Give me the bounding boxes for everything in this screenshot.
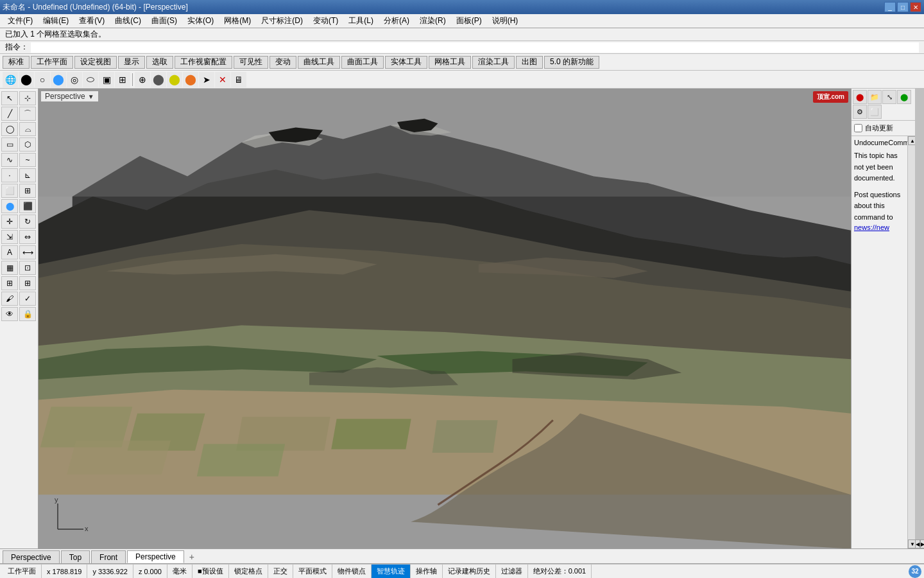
- menu-render[interactable]: 渲染(R): [415, 14, 451, 28]
- btab-perspective2[interactable]: Perspective: [127, 550, 184, 563]
- tool-cylinder-icon[interactable]: ⬭: [83, 72, 98, 87]
- sb-history[interactable]: 记录建构历史: [443, 565, 496, 578]
- tool-world-icon[interactable]: 🌐: [3, 72, 18, 87]
- sb-gumball[interactable]: 操作轴: [411, 565, 443, 578]
- minimize-button[interactable]: _: [884, 2, 896, 12]
- help-link[interactable]: news://new: [854, 223, 889, 231]
- tool-monitor-icon[interactable]: 🖥: [231, 72, 246, 87]
- lt-rect-icon[interactable]: ▭: [1, 137, 18, 152]
- tab-standard[interactable]: 标准: [3, 56, 30, 69]
- rp-green-icon[interactable]: ⬤: [897, 90, 911, 104]
- rp-folder-icon[interactable]: 📁: [868, 90, 882, 104]
- maximize-button[interactable]: □: [897, 2, 909, 12]
- tab-output[interactable]: 出图: [516, 56, 543, 69]
- lt-mirror-icon[interactable]: ⇔: [19, 230, 36, 244]
- tool-circle-icon[interactable]: ○: [35, 72, 50, 87]
- lt-curve-icon[interactable]: ∿: [1, 153, 18, 167]
- menu-mesh[interactable]: 网格(M): [219, 14, 256, 28]
- lt-analysis-icon[interactable]: ⊞: [19, 276, 36, 290]
- menu-surface[interactable]: 曲面(S): [146, 14, 182, 28]
- close-button[interactable]: ✕: [910, 2, 921, 12]
- sb-snap[interactable]: 锁定格点: [229, 565, 268, 578]
- tool-icon8[interactable]: ⊞: [115, 72, 130, 87]
- btab-front[interactable]: Front: [91, 550, 126, 563]
- btab-top[interactable]: Top: [61, 550, 90, 563]
- lt-scale-icon[interactable]: ⇲: [1, 230, 18, 244]
- panel-right-arrow[interactable]: ▶: [920, 539, 924, 548]
- menu-solid[interactable]: 实体(O): [182, 14, 219, 28]
- tool-icon7[interactable]: ▣: [99, 72, 114, 87]
- lt-hatch-icon[interactable]: ▦: [1, 261, 18, 275]
- tab-solid-tools[interactable]: 实体工具: [385, 56, 427, 69]
- lt-leader-icon[interactable]: ⊾: [19, 168, 36, 182]
- viewport-dropdown-arrow[interactable]: ▼: [88, 93, 94, 100]
- tab-display[interactable]: 显示: [118, 56, 145, 69]
- menu-view[interactable]: 查看(V): [74, 14, 110, 28]
- menu-help[interactable]: 说明(H): [487, 14, 524, 28]
- add-viewport-button[interactable]: +: [185, 550, 198, 563]
- lt-select-icon[interactable]: ↖: [1, 91, 18, 105]
- menu-curve[interactable]: 曲线(C): [110, 14, 146, 28]
- lt-select2-icon[interactable]: ⊹: [19, 91, 36, 105]
- lt-block-icon[interactable]: ⊡: [19, 261, 36, 275]
- lt-paint-icon[interactable]: 🖌: [1, 292, 18, 306]
- scroll-up-arrow[interactable]: ▲: [908, 136, 915, 145]
- perspective-viewport[interactable]: Perspective ▼: [38, 89, 851, 548]
- lt-freeform-icon[interactable]: ~: [19, 153, 36, 167]
- menu-panel[interactable]: 面板(P): [451, 14, 487, 28]
- tool-icon9[interactable]: ⊕: [135, 72, 150, 87]
- tool-blue-sphere-icon[interactable]: ⬤: [51, 72, 66, 87]
- command-input[interactable]: [31, 42, 919, 53]
- tool-sphere2-icon[interactable]: ⬤: [151, 72, 166, 87]
- lt-move-icon[interactable]: ✛: [1, 215, 18, 229]
- tab-setview[interactable]: 设定视图: [74, 56, 117, 69]
- menu-dimension[interactable]: 尺寸标注(D): [256, 14, 308, 28]
- sb-planar[interactable]: 平面模式: [293, 565, 332, 578]
- menu-edit[interactable]: 编辑(E): [38, 14, 74, 28]
- lt-dim-icon[interactable]: ⟷: [19, 245, 36, 259]
- menu-file[interactable]: 文件(F): [3, 14, 38, 28]
- rp-expand-icon[interactable]: ⬜: [868, 105, 882, 119]
- sb-smart-track[interactable]: 智慧轨迹: [372, 565, 411, 578]
- tool-orange-icon[interactable]: ⬤: [183, 72, 198, 87]
- tab-curve-tools[interactable]: 曲线工具: [298, 56, 340, 69]
- lt-mesh-icon[interactable]: ⊞: [19, 184, 36, 198]
- scroll-down-arrow[interactable]: ▼: [908, 539, 915, 548]
- tab-select[interactable]: 选取: [146, 56, 173, 69]
- tool-yellow-icon[interactable]: ⬤: [167, 72, 182, 87]
- sb-preset[interactable]: ■预设值: [193, 565, 229, 578]
- tool-ring-icon[interactable]: ◎: [67, 72, 82, 87]
- menu-tools[interactable]: 工具(L): [343, 14, 379, 28]
- tab-new-features[interactable]: 5.0 的新功能: [544, 56, 599, 69]
- rp-maximize-icon[interactable]: ⤡: [882, 90, 896, 104]
- lt-grid-icon[interactable]: ⊞: [1, 276, 18, 290]
- lt-circle-icon[interactable]: ◯: [1, 122, 18, 136]
- tab-surface-tools[interactable]: 曲面工具: [341, 56, 384, 69]
- lt-line-icon[interactable]: ╱: [1, 107, 18, 121]
- menu-transform[interactable]: 变动(T): [308, 14, 343, 28]
- lt-lock-icon[interactable]: 🔒: [19, 307, 36, 321]
- lt-polyline-icon[interactable]: ⌒: [19, 107, 36, 121]
- btab-perspective1[interactable]: Perspective: [3, 550, 60, 563]
- tab-visibility[interactable]: 可见性: [234, 56, 268, 69]
- tool-arrow-icon[interactable]: ➤: [199, 72, 214, 87]
- lt-rotate-icon[interactable]: ↻: [19, 215, 36, 229]
- lt-surface-icon[interactable]: ⬜: [1, 184, 18, 198]
- tool-cross-icon[interactable]: ✕: [215, 72, 230, 87]
- tab-transform[interactable]: 变动: [270, 56, 296, 69]
- panel-left-arrow[interactable]: ◀: [915, 539, 920, 548]
- lt-sphere-icon[interactable]: ⬤: [1, 199, 18, 213]
- rp-settings-icon[interactable]: ⚙: [853, 105, 867, 119]
- menu-analyze[interactable]: 分析(A): [379, 14, 415, 28]
- sb-vertex[interactable]: 物件锁点: [332, 565, 372, 578]
- auto-update-check[interactable]: [854, 124, 862, 132]
- lt-check-icon[interactable]: ✓: [19, 292, 36, 306]
- tab-render-tools[interactable]: 渲染工具: [472, 56, 515, 69]
- lt-box-icon[interactable]: ⬛: [19, 199, 36, 213]
- tab-mesh-tools[interactable]: 网格工具: [429, 56, 471, 69]
- lt-arc-icon[interactable]: ⌓: [19, 122, 36, 136]
- tool-sphere-icon[interactable]: ⬤: [19, 72, 34, 87]
- lt-text-icon[interactable]: A: [1, 245, 18, 259]
- lt-point-icon[interactable]: ·: [1, 168, 18, 182]
- rp-red-icon[interactable]: ⬤: [853, 90, 867, 104]
